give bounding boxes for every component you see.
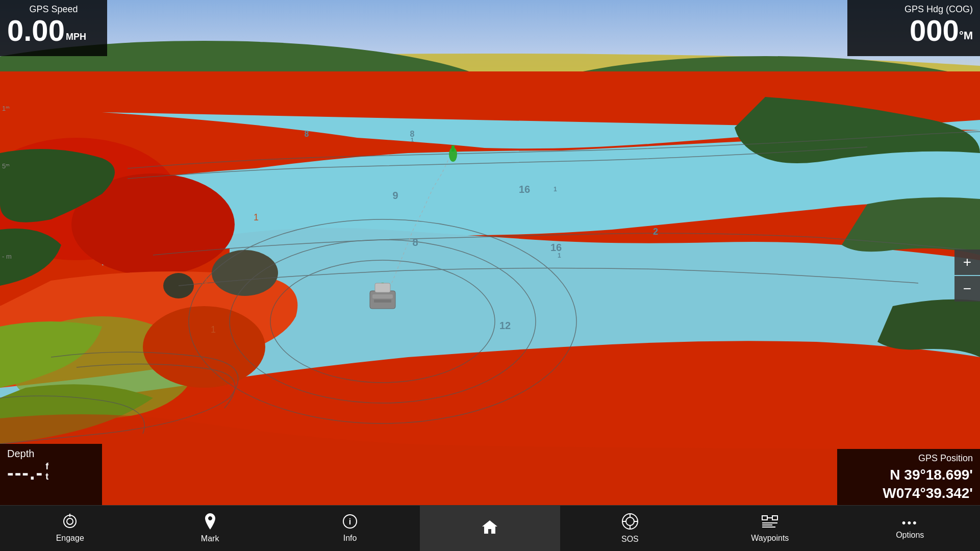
zoom-out-button[interactable]: − — [954, 276, 980, 302]
nav-sos[interactable]: SOS — [560, 506, 700, 551]
svg-rect-18 — [374, 299, 391, 303]
svg-rect-49 — [762, 516, 767, 520]
gps-hdg-widget: GPS Hdg (COG) 000 °M — [847, 0, 980, 56]
mark-icon — [203, 513, 217, 532]
gps-hdg-value: 000 — [910, 16, 959, 45]
nav-waypoints[interactable]: Waypoints — [700, 506, 840, 551]
nav-options[interactable]: ••• Options — [840, 506, 980, 551]
depth-unit-f: f — [45, 462, 48, 472]
svg-rect-17 — [372, 294, 393, 298]
zoom-in-button[interactable]: + — [954, 249, 980, 275]
home-icon — [481, 519, 498, 537]
engage-icon — [62, 514, 78, 532]
nav-bar: Engage Mark i Info — [0, 505, 980, 551]
gps-position-lat: N 39°18.699' — [844, 466, 973, 484]
map-container[interactable]: 9 16 1 8 16 1 12 8 1 8 2 1 1 .1ᵐ 1ᵐ 5ᵐ -… — [0, 0, 980, 505]
depth-unit-t: t — [45, 472, 48, 482]
nav-engage-label: Engage — [56, 534, 84, 543]
svg-text:1: 1 — [411, 137, 414, 143]
svg-rect-50 — [772, 516, 777, 520]
nav-waypoints-label: Waypoints — [751, 534, 789, 543]
svg-text:9: 9 — [392, 190, 398, 201]
gps-position-widget: GPS Position N 39°18.699' W074°39.342' — [837, 449, 980, 505]
svg-text:.1ᵐ: .1ᵐ — [202, 277, 213, 285]
svg-text:8: 8 — [305, 130, 309, 138]
svg-text:1: 1 — [554, 186, 557, 193]
svg-text:12: 12 — [499, 320, 511, 331]
options-icon: ••• — [902, 517, 918, 529]
svg-rect-21 — [375, 283, 390, 292]
svg-text:2: 2 — [653, 227, 658, 237]
svg-point-39 — [67, 518, 73, 524]
svg-point-11 — [212, 250, 278, 296]
svg-point-38 — [64, 515, 76, 528]
gps-hdg-unit: °M — [959, 30, 973, 41]
gps-speed-unit: MPH — [66, 32, 86, 41]
sos-icon — [621, 513, 639, 533]
depth-marker-5m: 5ᵐ — [2, 162, 10, 170]
svg-text:16: 16 — [519, 184, 530, 195]
depth-widget: Depth ---.- f t — [0, 444, 102, 505]
nav-engage[interactable]: Engage — [0, 506, 140, 551]
svg-point-10 — [143, 306, 265, 388]
svg-rect-23 — [451, 145, 455, 152]
gps-hdg-label: GPS Hdg (COG) — [855, 4, 973, 15]
depth-label: Depth — [7, 448, 95, 460]
svg-text:16: 16 — [550, 242, 562, 253]
depth-marker-1m: 1ᵐ — [2, 105, 10, 112]
svg-text:i: i — [349, 517, 351, 526]
svg-text:1: 1 — [254, 212, 259, 222]
nav-mark-label: Mark — [201, 534, 219, 543]
depth-value: ---.- — [7, 462, 43, 484]
gps-position-lon: W074°39.342' — [844, 484, 973, 503]
info-icon: i — [342, 514, 358, 532]
gps-speed-value: 0.00 — [7, 16, 65, 45]
nav-mark[interactable]: Mark — [140, 506, 280, 551]
zoom-controls: + − — [954, 249, 980, 302]
nav-info[interactable]: i Info — [280, 506, 420, 551]
svg-point-44 — [626, 517, 634, 525]
nav-info-label: Info — [343, 534, 357, 543]
depth-marker-m: - m — [2, 253, 12, 260]
nav-sos-label: SOS — [621, 535, 639, 544]
svg-text:1: 1 — [558, 252, 561, 259]
gps-speed-widget: GPS Speed 0.00 MPH — [0, 0, 107, 56]
svg-text:8: 8 — [412, 237, 418, 248]
nav-options-label: Options — [896, 531, 924, 540]
svg-text:1: 1 — [211, 324, 216, 335]
gps-speed-label: GPS Speed — [7, 4, 100, 15]
gps-position-label: GPS Position — [844, 453, 973, 464]
waypoints-icon — [761, 514, 778, 532]
nav-home[interactable] — [420, 506, 560, 551]
